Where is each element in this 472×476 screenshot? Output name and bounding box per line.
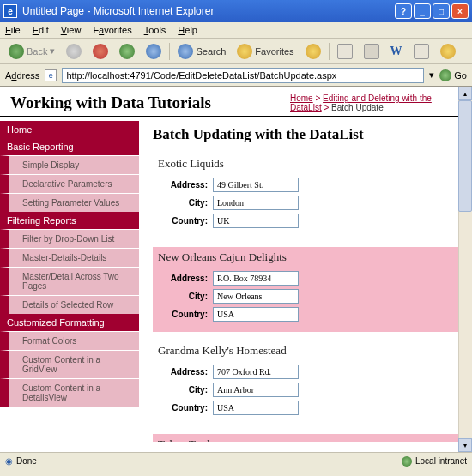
supplier-name: Exotic Liquids	[158, 157, 453, 171]
home-button[interactable]	[142, 42, 165, 61]
close-button[interactable]: ×	[451, 3, 469, 19]
menu-tools[interactable]: Tools	[144, 25, 166, 35]
sidebar-section-basic[interactable]: Basic Reporting	[0, 138, 139, 155]
menu-help[interactable]: Help	[178, 25, 197, 35]
menu-file[interactable]: File	[5, 25, 21, 35]
go-button[interactable]: Go	[439, 69, 467, 81]
sidebar-item[interactable]: Declarative Parameters	[0, 174, 139, 193]
zone-icon	[402, 456, 412, 467]
separator	[169, 43, 170, 60]
menu-view[interactable]: View	[61, 25, 82, 35]
back-button[interactable]: Back ▾	[5, 42, 58, 61]
sidebar-item[interactable]: Custom Content in a DetailsView	[0, 378, 139, 407]
city-label: City:	[158, 292, 213, 301]
address-label: Address	[5, 70, 39, 81]
address-input[interactable]	[62, 68, 424, 83]
minimize-button[interactable]: _	[414, 3, 431, 19]
browser-viewport: Working with Data Tutorials Home > Editi…	[0, 87, 472, 452]
address-input[interactable]	[213, 271, 299, 286]
country-label: Country:	[158, 216, 213, 226]
window-title: Untitled Page - Microsoft Internet Explo…	[22, 5, 395, 17]
crumb-home[interactable]: Home	[290, 93, 313, 103]
maximize-button[interactable]: □	[433, 3, 450, 19]
go-icon	[439, 69, 451, 81]
search-icon	[178, 44, 193, 59]
history-button[interactable]	[302, 42, 324, 61]
supplier-name: Grandma Kelly's Homestead	[158, 344, 453, 358]
address-bar: Address e ▾ Go	[0, 64, 472, 87]
supplier-block: Tokyo TradersAddress:City:Country:	[153, 434, 458, 442]
sidebar-item[interactable]: Master-Details-Details	[0, 248, 139, 267]
supplier-name: New Orleans Cajun Delights	[158, 250, 453, 264]
research-button[interactable]	[437, 42, 459, 61]
city-label: City:	[158, 385, 213, 395]
research-icon	[440, 44, 456, 59]
toolbar: Back ▾ Search Favorites W	[0, 39, 472, 64]
status-text: ◉Done	[5, 456, 37, 466]
city-label: City:	[158, 198, 213, 208]
address-label: Address:	[158, 180, 213, 190]
address-dropdown[interactable]: ▾	[429, 69, 434, 81]
mail-icon	[337, 44, 353, 59]
sidebar-item[interactable]: Setting Parameter Values	[0, 193, 139, 212]
mail-button[interactable]	[334, 42, 356, 61]
discuss-icon	[414, 44, 429, 59]
separator	[329, 43, 330, 60]
sidebar-item[interactable]: Simple Display	[0, 155, 139, 174]
country-label: Country:	[158, 310, 213, 319]
address-input[interactable]	[213, 178, 299, 192]
main-content: Batch Updating with the DataList Exotic …	[139, 117, 472, 442]
page-icon: e	[45, 69, 57, 81]
page-heading: Batch Updating with the DataList	[153, 126, 458, 143]
stop-icon	[93, 44, 108, 59]
country-input[interactable]	[213, 307, 299, 322]
page-header: Working with Data Tutorials Home > Editi…	[0, 87, 472, 117]
print-icon	[364, 44, 379, 59]
breadcrumb: Home > Editing and Deleting with the Dat…	[290, 93, 462, 112]
sidebar-home[interactable]: Home	[0, 121, 139, 138]
help-button[interactable]: ?	[395, 3, 412, 19]
address-input[interactable]	[213, 365, 299, 379]
sidebar: Home Basic Reporting Simple Display Decl…	[0, 117, 139, 442]
scroll-down-icon[interactable]: ▾	[458, 438, 472, 452]
home-icon	[146, 44, 161, 59]
sidebar-item[interactable]: Master/Detail Across Two Pages	[0, 267, 139, 295]
menu-favorites[interactable]: Favorites	[93, 25, 131, 35]
scrollbar-track[interactable]: ▴ ▾	[458, 87, 472, 452]
sidebar-item[interactable]: Details of Selected Row	[0, 295, 139, 314]
word-icon: W	[390, 45, 402, 58]
done-icon: ◉	[5, 456, 13, 466]
scrollbar-thumb[interactable]	[458, 100, 472, 212]
sidebar-item[interactable]: Filter by Drop-Down List	[0, 229, 139, 248]
country-input[interactable]	[213, 214, 299, 228]
refresh-icon	[119, 44, 135, 59]
sidebar-section-formatting[interactable]: Customized Formatting	[0, 314, 139, 331]
sidebar-item[interactable]: Format Colors	[0, 331, 139, 350]
scroll-up-icon[interactable]: ▴	[458, 87, 472, 100]
star-icon	[237, 44, 252, 59]
statusbar: ◉Done Local intranet	[0, 452, 472, 469]
refresh-button[interactable]	[116, 42, 138, 61]
sidebar-section-filtering[interactable]: Filtering Reports	[0, 212, 139, 229]
city-input[interactable]	[213, 196, 299, 210]
ie-icon: e	[3, 4, 17, 18]
forward-icon	[66, 44, 82, 59]
crumb-current: Batch Update	[331, 103, 384, 112]
search-button[interactable]: Search	[174, 42, 229, 61]
print-button[interactable]	[360, 42, 383, 61]
city-input[interactable]	[213, 289, 299, 304]
security-zone: Local intranet	[402, 456, 467, 467]
country-input[interactable]	[213, 401, 299, 415]
menubar: File Edit View Favorites Tools Help	[0, 22, 472, 39]
menu-edit[interactable]: Edit	[33, 25, 49, 35]
discuss-button[interactable]	[410, 42, 433, 61]
history-icon	[306, 44, 321, 59]
supplier-block: New Orleans Cajun DelightsAddress:City:C…	[153, 247, 458, 332]
edit-button[interactable]: W	[387, 43, 406, 60]
supplier-block: Grandma Kelly's HomesteadAddress:City:Co…	[153, 340, 458, 425]
stop-button[interactable]	[89, 42, 112, 61]
favorites-button[interactable]: Favorites	[233, 42, 297, 61]
city-input[interactable]	[213, 383, 299, 397]
sidebar-item[interactable]: Custom Content in a GridView	[0, 350, 139, 378]
country-label: Country:	[158, 403, 213, 413]
